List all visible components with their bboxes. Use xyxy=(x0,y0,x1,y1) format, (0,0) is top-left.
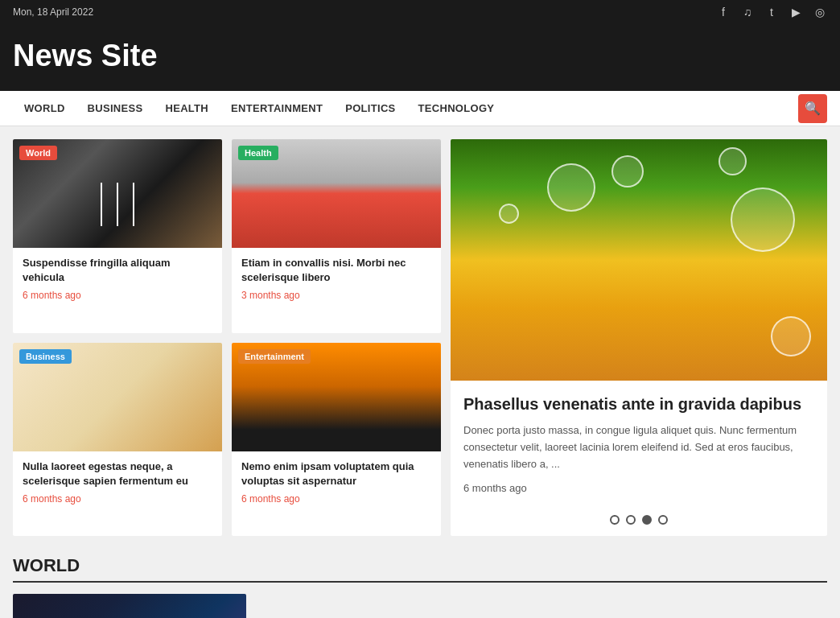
world-section: WORLD xyxy=(13,555,827,618)
nav-entertainment[interactable]: ENTERTAINMENT xyxy=(220,91,334,126)
nav-world[interactable]: WORLD xyxy=(13,91,76,126)
top-bar: Mon, 18 April 2022 f ♫ t ▶ ◎ xyxy=(0,0,840,24)
featured-card: Phasellus venenatis ante in gravida dapi… xyxy=(451,139,827,536)
youtube-icon[interactable]: ▶ xyxy=(789,5,803,19)
twitter-icon[interactable]: t xyxy=(764,5,779,19)
badge-world: World xyxy=(19,146,57,160)
bubble-2 xyxy=(611,155,644,187)
bubble-5 xyxy=(771,316,811,356)
card-health-image: Health xyxy=(232,139,441,248)
bubble-6 xyxy=(499,204,519,224)
date-label: Mon, 18 April 2022 xyxy=(13,6,93,18)
badge-entertainment: Entertainment xyxy=(238,349,311,364)
featured-title: Phasellus venenatis ante in gravida dapi… xyxy=(463,393,814,414)
card-world-image: World xyxy=(13,139,222,248)
card-entertainment-image: Entertainment xyxy=(232,343,441,451)
card-business: Business Nulla laoreet egestas neque, a … xyxy=(13,343,222,537)
tiktok-icon[interactable]: ♫ xyxy=(740,5,755,19)
world-section-title: WORLD xyxy=(13,555,80,575)
featured-desc: Donec porta justo massa, in congue ligul… xyxy=(463,422,814,472)
main-nav: WORLD BUSINESS HEALTH ENTERTAINMENT POLI… xyxy=(0,91,840,126)
search-button[interactable]: 🔍 xyxy=(798,94,827,123)
card-world-time: 6 months ago xyxy=(23,290,212,301)
card-entertainment: Entertainment Nemo enim ipsam voluptatem… xyxy=(232,343,441,537)
nav-health[interactable]: HEALTH xyxy=(154,91,220,126)
world-section-header: WORLD xyxy=(13,555,827,583)
bubble-4 xyxy=(719,147,747,175)
badge-health: Health xyxy=(238,146,278,160)
bubble-1 xyxy=(547,163,595,212)
nav-technology[interactable]: TECHNOLOGY xyxy=(407,91,506,126)
dot-1[interactable] xyxy=(610,515,620,525)
card-entertainment-time: 6 months ago xyxy=(241,493,431,505)
main-content: World Suspendisse fringilla aliquam vehi… xyxy=(0,126,840,618)
card-world-title: Suspendisse fringilla aliquam vehicula xyxy=(23,256,212,285)
featured-image xyxy=(451,139,827,381)
dot-3[interactable] xyxy=(642,515,652,525)
card-health: Health Etiam in convallis nisi. Morbi ne… xyxy=(232,139,441,333)
instagram-icon[interactable]: ◎ xyxy=(813,5,827,19)
dot-4[interactable] xyxy=(658,515,668,525)
top-grid: World Suspendisse fringilla aliquam vehi… xyxy=(13,139,827,536)
bubble-3 xyxy=(731,187,795,252)
card-entertainment-title: Nemo enim ipsam voluptatem quia voluptas… xyxy=(241,459,431,488)
card-world: World Suspendisse fringilla aliquam vehi… xyxy=(13,139,222,333)
social-icons: f ♫ t ▶ ◎ xyxy=(716,5,827,19)
site-title: News Site xyxy=(13,39,827,73)
search-icon: 🔍 xyxy=(805,101,821,116)
world-card xyxy=(13,594,246,618)
carousel-dots xyxy=(451,507,827,536)
card-business-time: 6 months ago xyxy=(23,493,212,505)
badge-business: Business xyxy=(19,349,72,364)
card-business-image: Business xyxy=(13,343,222,451)
dot-2[interactable] xyxy=(626,515,636,525)
facebook-icon[interactable]: f xyxy=(716,5,731,19)
card-health-title: Etiam in convallis nisi. Morbi nec scele… xyxy=(241,256,431,285)
card-health-time: 3 months ago xyxy=(241,290,431,301)
nav-items: WORLD BUSINESS HEALTH ENTERTAINMENT POLI… xyxy=(13,91,798,126)
world-card-image xyxy=(13,594,246,618)
nav-business[interactable]: BUSINESS xyxy=(76,91,154,126)
featured-time: 6 months ago xyxy=(463,482,814,494)
site-header: News Site xyxy=(0,24,840,91)
nav-politics[interactable]: POLITICS xyxy=(334,91,406,126)
card-business-title: Nulla laoreet egestas neque, a scelerisq… xyxy=(23,459,212,488)
